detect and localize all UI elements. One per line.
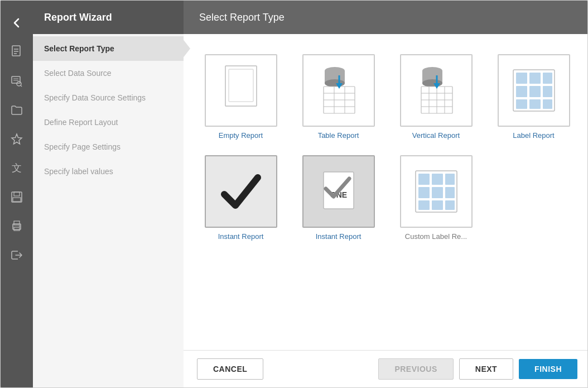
svg-rect-49: [543, 99, 552, 109]
report-wizard-dialog: 文 Report Wizard: [0, 0, 588, 388]
vertical-report-label: Vertical Report: [412, 131, 460, 140]
step-specify-label-values: Specify label values: [33, 159, 184, 184]
svg-rect-56: [418, 187, 430, 198]
main-header: Select Report Type: [184, 1, 588, 34]
report-type-row-2: Instant Report ONE Instant: [200, 155, 574, 241]
report-card-instant[interactable]: Instant Report: [200, 155, 281, 241]
footer: CANCEL PREVIOUS NEXT FINISH: [184, 350, 588, 387]
svg-rect-46: [543, 86, 552, 97]
svg-rect-10: [12, 192, 22, 202]
svg-rect-12: [13, 198, 21, 202]
step-define-report-layout: Define Report Layout: [33, 110, 184, 135]
svg-rect-11: [14, 192, 20, 196]
wizard-title: Report Wizard: [33, 1, 184, 34]
wizard-nav: Report Wizard Select Report Type Select …: [33, 1, 184, 387]
svg-rect-44: [516, 86, 527, 97]
svg-rect-57: [432, 187, 443, 198]
svg-rect-43: [543, 73, 552, 84]
svg-rect-54: [432, 174, 443, 185]
table-report-icon: [302, 54, 375, 127]
svg-rect-59: [418, 200, 430, 210]
one-instant-report-icon: ONE: [302, 155, 375, 228]
svg-rect-4: [12, 76, 20, 83]
label-report-label: Label Report: [513, 131, 554, 140]
step-specify-page-settings: Specify Page Settings: [33, 135, 184, 159]
report-card-vertical[interactable]: Vertical Report: [396, 54, 476, 140]
one-instant-report-label: Instant Report: [316, 232, 362, 241]
folder-icon-btn[interactable]: [1, 95, 33, 124]
main-content: Select Report Type Empty Report: [184, 1, 588, 387]
svg-rect-14: [14, 221, 20, 225]
custom-label-report-icon: [400, 155, 473, 228]
svg-rect-60: [432, 200, 443, 210]
previous-button: PREVIOUS: [378, 358, 453, 380]
back-button[interactable]: [1, 8, 33, 37]
svg-marker-9: [12, 134, 22, 144]
report-card-label[interactable]: Label Report: [493, 54, 574, 140]
save-icon-btn[interactable]: [1, 183, 33, 212]
report-types-area: Empty Report: [184, 34, 588, 350]
wizard-steps: Select Report Type Select Data Source Sp…: [33, 34, 184, 184]
report-card-table[interactable]: Table Report: [298, 54, 379, 140]
logout-icon-btn[interactable]: [1, 241, 33, 270]
svg-rect-42: [529, 73, 541, 84]
instant-report-label: Instant Report: [218, 232, 264, 241]
empty-report-label: Empty Report: [219, 131, 263, 140]
vertical-report-icon: [400, 54, 473, 127]
step-select-report-type[interactable]: Select Report Type: [33, 36, 184, 61]
svg-rect-61: [445, 200, 455, 210]
svg-line-8: [21, 85, 22, 87]
icon-strip: 文: [1, 1, 33, 387]
svg-rect-53: [418, 174, 430, 185]
report-card-one-instant[interactable]: ONE Instant Report: [298, 155, 379, 241]
next-button[interactable]: NEXT: [459, 358, 513, 380]
document-icon-btn[interactable]: [1, 37, 33, 66]
empty-report-icon: [205, 54, 277, 127]
svg-rect-47: [516, 99, 527, 109]
custom-label-report-label: Custom Label Re...: [405, 232, 467, 241]
svg-rect-55: [445, 174, 455, 185]
print-icon-btn[interactable]: [1, 212, 33, 241]
svg-point-16: [19, 226, 20, 227]
report-card-custom-label[interactable]: Custom Label Re...: [396, 155, 476, 241]
star-icon-btn[interactable]: [1, 124, 33, 154]
report-type-row-1: Empty Report: [200, 54, 574, 140]
svg-rect-15: [14, 227, 20, 231]
svg-rect-48: [529, 99, 541, 109]
search-icon-btn[interactable]: [1, 66, 33, 95]
text-icon-btn[interactable]: 文: [1, 154, 33, 183]
label-report-icon: [498, 54, 570, 127]
step-specify-data-source-settings: Specify Data Source Settings: [33, 85, 184, 110]
cancel-button[interactable]: CANCEL: [197, 358, 263, 380]
svg-rect-41: [516, 73, 527, 84]
finish-button[interactable]: FINISH: [519, 359, 577, 379]
report-card-empty[interactable]: Empty Report: [200, 54, 281, 140]
instant-report-icon: [205, 155, 277, 228]
svg-rect-18: [229, 69, 253, 102]
svg-rect-58: [445, 187, 455, 198]
table-report-label: Table Report: [318, 131, 359, 140]
svg-rect-45: [529, 86, 541, 97]
svg-point-7: [17, 82, 21, 86]
step-select-data-source: Select Data Source: [33, 61, 184, 85]
svg-rect-0: [12, 46, 20, 56]
